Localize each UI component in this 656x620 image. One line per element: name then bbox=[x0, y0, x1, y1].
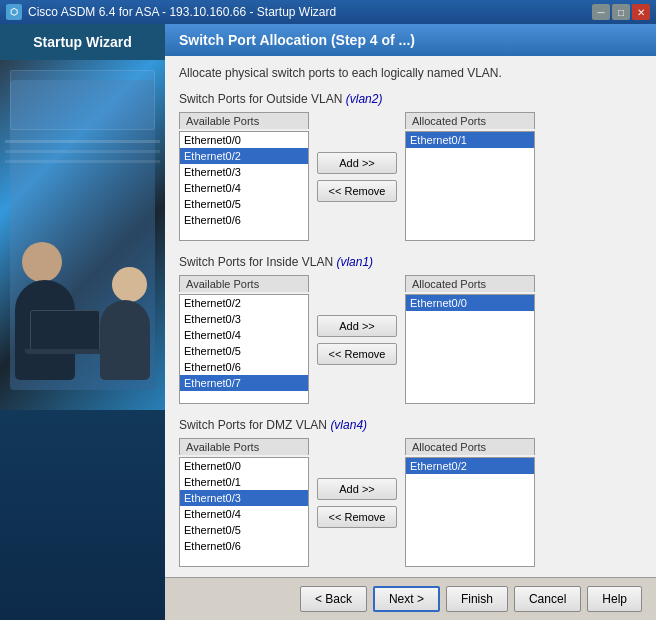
action-buttons-0: Add >><< Remove bbox=[317, 152, 397, 202]
list-item[interactable]: Ethernet0/5 bbox=[180, 196, 308, 212]
action-buttons-2: Add >><< Remove bbox=[317, 478, 397, 528]
description-text: Allocate physical switch ports to each l… bbox=[179, 66, 642, 80]
step-header: Switch Port Allocation (Step 4 of ...) bbox=[165, 24, 656, 56]
person2-body bbox=[100, 300, 150, 380]
allocated-ports-container-0: Allocated PortsEthernet0/1 bbox=[405, 112, 535, 241]
allocated-list-2[interactable]: Ethernet0/2 bbox=[405, 457, 535, 567]
vlan-title-0: Switch Ports for Outside VLAN (vlan2) bbox=[179, 92, 642, 106]
available-list-1[interactable]: Ethernet0/2Ethernet0/3Ethernet0/4Etherne… bbox=[179, 294, 309, 404]
available-list-0[interactable]: Ethernet0/0Ethernet0/2Ethernet0/3Etherne… bbox=[179, 131, 309, 241]
ports-row-2: Available PortsEthernet0/0Ethernet0/1Eth… bbox=[179, 438, 642, 567]
window-title: Cisco ASDM 6.4 for ASA - 193.10.160.66 -… bbox=[28, 5, 336, 19]
title-bar: ⬡ Cisco ASDM 6.4 for ASA - 193.10.160.66… bbox=[0, 0, 656, 24]
available-ports-container-0: Available PortsEthernet0/0Ethernet0/2Eth… bbox=[179, 112, 309, 241]
allocated-ports-container-1: Allocated PortsEthernet0/0 bbox=[405, 275, 535, 404]
list-item[interactable]: Ethernet0/4 bbox=[180, 506, 308, 522]
person1-head bbox=[22, 242, 62, 282]
add-button-0[interactable]: Add >> bbox=[317, 152, 397, 174]
list-item[interactable]: Ethernet0/3 bbox=[180, 164, 308, 180]
person2-head bbox=[112, 267, 147, 302]
app-icon: ⬡ bbox=[6, 4, 22, 20]
list-item[interactable]: Ethernet0/7 bbox=[180, 375, 308, 391]
list-item[interactable]: Ethernet0/4 bbox=[180, 327, 308, 343]
remove-button-2[interactable]: << Remove bbox=[317, 506, 397, 528]
vlan-section-0: Switch Ports for Outside VLAN (vlan2)Ava… bbox=[179, 92, 642, 241]
step-title: Switch Port Allocation (Step 4 of ...) bbox=[179, 32, 415, 48]
list-item[interactable]: Ethernet0/5 bbox=[180, 522, 308, 538]
list-item[interactable]: Ethernet0/2 bbox=[406, 458, 534, 474]
close-button[interactable]: ✕ bbox=[632, 4, 650, 20]
list-item[interactable]: Ethernet0/3 bbox=[180, 490, 308, 506]
available-label-2: Available Ports bbox=[179, 438, 309, 455]
vlan-section-1: Switch Ports for Inside VLAN (vlan1)Avai… bbox=[179, 255, 642, 404]
available-list-2[interactable]: Ethernet0/0Ethernet0/1Ethernet0/3Etherne… bbox=[179, 457, 309, 567]
list-item[interactable]: Ethernet0/6 bbox=[180, 359, 308, 375]
back-button[interactable]: < Back bbox=[300, 586, 367, 612]
sidebar: Startup Wizard bbox=[0, 24, 165, 620]
add-button-1[interactable]: Add >> bbox=[317, 315, 397, 337]
sidebar-image bbox=[0, 60, 165, 410]
add-button-2[interactable]: Add >> bbox=[317, 478, 397, 500]
list-item[interactable]: Ethernet0/2 bbox=[180, 148, 308, 164]
remove-button-1[interactable]: << Remove bbox=[317, 343, 397, 365]
footer: < Back Next > Finish Cancel Help bbox=[165, 577, 656, 620]
allocated-ports-container-2: Allocated PortsEthernet0/2 bbox=[405, 438, 535, 567]
list-item[interactable]: Ethernet0/6 bbox=[180, 538, 308, 554]
available-label-1: Available Ports bbox=[179, 275, 309, 292]
list-item[interactable]: Ethernet0/1 bbox=[406, 132, 534, 148]
remove-button-0[interactable]: << Remove bbox=[317, 180, 397, 202]
available-label-0: Available Ports bbox=[179, 112, 309, 129]
allocated-label-2: Allocated Ports bbox=[405, 438, 535, 455]
window-controls: ─ □ ✕ bbox=[592, 4, 650, 20]
vlan-title-2: Switch Ports for DMZ VLAN (vlan4) bbox=[179, 418, 642, 432]
list-item[interactable]: Ethernet0/3 bbox=[180, 311, 308, 327]
available-ports-container-2: Available PortsEthernet0/0Ethernet0/1Eth… bbox=[179, 438, 309, 567]
cancel-button[interactable]: Cancel bbox=[514, 586, 581, 612]
available-ports-container-1: Available PortsEthernet0/2Ethernet0/3Eth… bbox=[179, 275, 309, 404]
list-item[interactable]: Ethernet0/5 bbox=[180, 343, 308, 359]
ports-row-1: Available PortsEthernet0/2Ethernet0/3Eth… bbox=[179, 275, 642, 404]
list-item[interactable]: Ethernet0/4 bbox=[180, 180, 308, 196]
next-button[interactable]: Next > bbox=[373, 586, 440, 612]
allocated-list-1[interactable]: Ethernet0/0 bbox=[405, 294, 535, 404]
maximize-button[interactable]: □ bbox=[612, 4, 630, 20]
list-item[interactable]: Ethernet0/6 bbox=[180, 212, 308, 228]
list-item[interactable]: Ethernet0/0 bbox=[406, 295, 534, 311]
allocated-label-1: Allocated Ports bbox=[405, 275, 535, 292]
action-buttons-1: Add >><< Remove bbox=[317, 315, 397, 365]
vlan-sections: Switch Ports for Outside VLAN (vlan2)Ava… bbox=[179, 92, 642, 567]
allocated-list-0[interactable]: Ethernet0/1 bbox=[405, 131, 535, 241]
help-button[interactable]: Help bbox=[587, 586, 642, 612]
list-item[interactable]: Ethernet0/2 bbox=[180, 295, 308, 311]
list-item[interactable]: Ethernet0/0 bbox=[180, 132, 308, 148]
vlan-section-2: Switch Ports for DMZ VLAN (vlan4)Availab… bbox=[179, 418, 642, 567]
vlan-title-1: Switch Ports for Inside VLAN (vlan1) bbox=[179, 255, 642, 269]
list-item[interactable]: Ethernet0/0 bbox=[180, 458, 308, 474]
minimize-button[interactable]: ─ bbox=[592, 4, 610, 20]
finish-button[interactable]: Finish bbox=[446, 586, 508, 612]
list-item[interactable]: Ethernet0/1 bbox=[180, 474, 308, 490]
content-body: Allocate physical switch ports to each l… bbox=[165, 56, 656, 577]
ports-row-0: Available PortsEthernet0/0Ethernet0/2Eth… bbox=[179, 112, 642, 241]
content-area: Switch Port Allocation (Step 4 of ...) A… bbox=[165, 24, 656, 620]
sidebar-title: Startup Wizard bbox=[0, 24, 165, 60]
allocated-label-0: Allocated Ports bbox=[405, 112, 535, 129]
